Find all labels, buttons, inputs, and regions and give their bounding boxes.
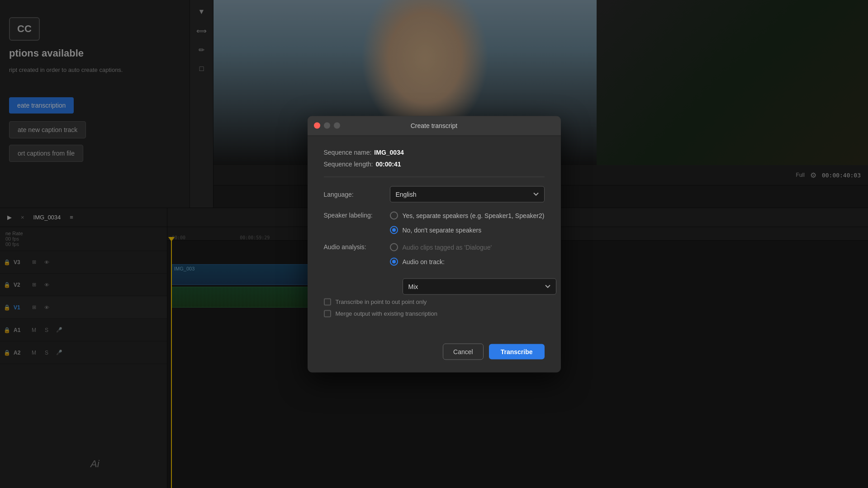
audio-track-select[interactable]: Mix Track 1 Track 2 [403,278,556,294]
speaker-no-radio[interactable] [390,226,398,234]
audio-dialogue-option[interactable]: Audio clips tagged as 'Dialogue' [390,243,556,251]
merge-checkbox-row[interactable]: Merge output with existing transcription [324,310,545,317]
sequence-name-label: Sequence name: [324,148,372,156]
speaker-radio-group: Yes, separate speakers (e.g. Speaker1, S… [390,211,545,234]
window-controls [314,123,340,129]
audio-analysis-label: Audio analysis: [324,243,383,250]
create-transcript-dialog: Create transcript Sequence name: IMG_003… [308,116,561,372]
cancel-button[interactable]: Cancel [443,343,484,360]
sequence-name-value: IMG_0034 [374,148,403,156]
merge-checkbox[interactable] [324,310,331,317]
audio-dialogue-radio[interactable] [390,243,398,251]
audio-track-select-row: Mix Track 1 Track 2 [403,278,556,294]
transcribe-button[interactable]: Transcribe [489,344,545,359]
audio-radio-group: Audio clips tagged as 'Dialogue' Audio o… [390,243,556,294]
sequence-length-row: Sequence length: 00:00:41 [324,160,545,167]
in-out-checkbox-row[interactable]: Transcribe in point to out point only [324,298,545,305]
modal-body: Sequence name: IMG_0034 Sequence length:… [308,136,561,334]
language-row: Language: English Spanish French German [324,186,545,202]
audio-analysis-row: Audio analysis: Audio clips tagged as 'D… [324,243,545,294]
audio-track-option[interactable]: Audio on track: [390,257,556,265]
sequence-name-row: Sequence name: IMG_0034 [324,148,545,156]
speaker-labeling-row: Speaker labeling: Yes, separate speakers… [324,211,545,234]
speaker-labeling-label: Speaker labeling: [324,211,383,218]
window-close-button[interactable] [314,123,320,129]
in-out-checkbox[interactable] [324,298,331,305]
in-out-label: Transcribe in point to out point only [336,298,427,305]
audio-track-radio[interactable] [390,257,398,265]
modal-footer: Cancel Transcribe [308,334,561,372]
language-select[interactable]: English Spanish French German [390,186,545,202]
speaker-yes-radio[interactable] [390,211,398,219]
modal-titlebar: Create transcript [308,116,561,136]
merge-label: Merge output with existing transcription [336,310,437,317]
speaker-no-label: No, don't separate speakers [403,226,482,233]
language-label: Language: [324,190,383,198]
sequence-length-label: Sequence length: [324,160,373,167]
window-minimize-button[interactable] [324,123,330,129]
speaker-no-option[interactable]: No, don't separate speakers [390,226,545,234]
modal-divider [324,176,545,177]
window-maximize-button[interactable] [334,123,340,129]
audio-track-label: Audio on track: [403,258,445,265]
speaker-yes-label: Yes, separate speakers (e.g. Speaker1, S… [403,212,545,219]
modal-overlay: Create transcript Sequence name: IMG_003… [0,0,868,488]
speaker-yes-option[interactable]: Yes, separate speakers (e.g. Speaker1, S… [390,211,545,219]
sequence-length-value: 00:00:41 [375,160,401,167]
modal-title: Create transcript [411,122,457,129]
audio-dialogue-label: Audio clips tagged as 'Dialogue' [403,243,492,251]
